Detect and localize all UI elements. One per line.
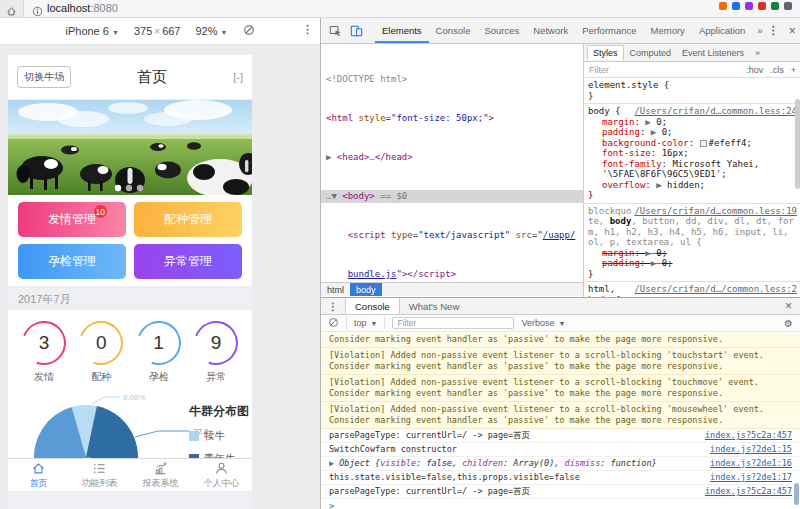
console-warning[interactable]: [Violation] Added non-passive event list…: [321, 402, 800, 429]
extension-icon[interactable]: [745, 2, 753, 10]
tab-report-system[interactable]: 报表系统: [130, 459, 191, 491]
estrus-management-button[interactable]: 发情管理 10: [18, 202, 126, 237]
console-settings-icon[interactable]: ⚙: [784, 318, 793, 329]
extension-icon[interactable]: [784, 2, 792, 10]
chevron-down-icon: ▼: [112, 29, 119, 36]
breadcrumb-html[interactable]: html: [321, 283, 350, 296]
css-rule-reset[interactable]: /Users/crifan/d…common.less:19 blockquot…: [584, 204, 800, 283]
chevron-down-icon: ▼: [558, 320, 565, 327]
zoom-select[interactable]: 92% ▼: [195, 25, 227, 37]
tab-function-list[interactable]: 功能列表: [69, 459, 130, 491]
inspect-element-icon[interactable]: [325, 24, 346, 37]
throttle-icon[interactable]: [243, 24, 255, 38]
carousel-dot[interactable]: [137, 185, 143, 191]
stat-estrus[interactable]: 3 发情: [21, 321, 67, 384]
tab-personal-center[interactable]: 个人中心: [191, 459, 252, 491]
tab-application[interactable]: Application: [692, 19, 752, 43]
tab-sources[interactable]: Sources: [477, 19, 526, 43]
more-tabs-icon[interactable]: »: [750, 46, 765, 60]
source-link[interactable]: index.js?2de1:17: [710, 472, 792, 483]
source-link[interactable]: index.js?2de1:16: [710, 458, 792, 469]
dom-node[interactable]: bundle.js"></script>: [326, 268, 583, 281]
app-background-strip: [8, 491, 252, 509]
css-source-link[interactable]: /Users/crifan/d…common.less:19: [634, 206, 797, 217]
abnormal-management-button[interactable]: 异常管理: [134, 244, 242, 279]
devtools-close-icon[interactable]: ×: [789, 24, 796, 38]
stat-abnormal[interactable]: 9 异常: [193, 321, 239, 384]
toggle-hover-state[interactable]: :hov: [746, 65, 763, 75]
console-log[interactable]: this.state.visible=false,this.props.visi…: [321, 471, 800, 485]
console-messages[interactable]: [Violation] Added non-passive event list…: [321, 333, 800, 509]
tab-memory[interactable]: Memory: [644, 19, 692, 43]
extension-icon[interactable]: [732, 2, 740, 10]
console-warning[interactable]: [Violation] Added non-passive event list…: [321, 333, 800, 348]
extension-icon[interactable]: [771, 2, 779, 10]
styles-scrollbar[interactable]: [795, 99, 800, 189]
tab-computed[interactable]: Computed: [625, 46, 677, 60]
minimize-button[interactable]: [-]: [233, 71, 243, 83]
console-log[interactable]: parsePageType: currentUrl=/ -> page=首页 i…: [321, 429, 800, 443]
css-rule-element-style[interactable]: element.style { }: [584, 78, 800, 104]
tab-performance[interactable]: Performance: [575, 19, 643, 43]
devtools-menu-icon[interactable]: ⋮: [768, 24, 779, 37]
stat-pregnancy[interactable]: 1 孕检: [136, 321, 182, 384]
stat-breeding[interactable]: 0 配种: [78, 321, 124, 384]
more-tabs-icon[interactable]: »: [752, 25, 767, 36]
tab-elements[interactable]: Elements: [375, 19, 429, 43]
dom-node[interactable]: <html style="font-size: 50px;">: [326, 112, 583, 125]
console-log-object[interactable]: ▶ Object {visible: false, children: Arra…: [321, 457, 800, 471]
tab-event-listeners[interactable]: Event Listeners: [677, 46, 749, 60]
console-scrollbar[interactable]: [794, 483, 799, 505]
carousel-dot-active[interactable]: [115, 185, 121, 191]
tab-styles[interactable]: Styles: [587, 45, 624, 60]
log-level-select[interactable]: Verbose▼: [521, 318, 565, 328]
source-link[interactable]: index.js?2de1:15: [710, 444, 792, 455]
device-select[interactable]: iPhone 6 ▼: [65, 25, 118, 37]
console-warning[interactable]: [Violation] Added non-passive event list…: [321, 375, 800, 402]
tab-home[interactable]: 首页: [8, 459, 69, 491]
switch-farm-button[interactable]: 切换牛场: [17, 66, 71, 88]
css-source-link[interactable]: /Users/crifan/d…common.less:24: [634, 106, 797, 117]
carousel-dot[interactable]: [126, 185, 132, 191]
dom-node[interactable]: <!DOCTYPE html>: [326, 73, 583, 86]
breeding-management-button[interactable]: 配种管理: [134, 202, 242, 237]
breadcrumb-body[interactable]: body: [350, 283, 382, 296]
cow-photo-carousel[interactable]: [8, 100, 252, 195]
elements-tree[interactable]: <!DOCTYPE html> <html style="font-size: …: [321, 44, 583, 282]
styles-filter-input[interactable]: [589, 65, 740, 75]
source-link[interactable]: index.js?5c2a:457: [705, 430, 792, 441]
dom-node-selected[interactable]: …▼ <body> == $0: [321, 190, 583, 203]
new-style-rule-icon[interactable]: +: [791, 65, 796, 75]
console-log[interactable]: SwitchCowfarm constructor index.js?2de1:…: [321, 443, 800, 457]
toolbar-menu-icon[interactable]: ⋮: [302, 23, 313, 36]
css-rule-body[interactable]: /Users/crifan/d…common.less:24 body { ma…: [584, 104, 800, 204]
tab-network[interactable]: Network: [526, 19, 575, 43]
dom-node[interactable]: ▶ <head>…</head>: [326, 151, 583, 164]
pregnancy-check-button[interactable]: 孕检管理: [18, 244, 126, 279]
legend-item-calf[interactable]: 犊牛: [189, 429, 249, 443]
console-warning[interactable]: [Violation] Added non-passive event list…: [321, 348, 800, 375]
drawer-close-icon[interactable]: ×: [777, 298, 800, 314]
console-prompt[interactable]: >: [321, 499, 800, 509]
tab-console-drawer[interactable]: Console: [345, 298, 400, 314]
context-select[interactable]: top▼: [354, 318, 377, 328]
device-toolbar-toggle-icon[interactable]: [346, 24, 367, 37]
console-filter-input[interactable]: [392, 317, 514, 329]
chevron-down-icon: ▼: [221, 29, 228, 36]
address-url[interactable]: localhost:8080: [47, 2, 118, 14]
dom-node[interactable]: <script type="text/javascript" src="/uap…: [326, 229, 583, 242]
console-log[interactable]: parsePageType: currentUrl=/ -> page=首页 i…: [321, 485, 800, 499]
device-dimensions[interactable]: 375×667: [134, 25, 181, 37]
extension-icon[interactable]: [719, 2, 727, 10]
toggle-classes[interactable]: .cls: [770, 65, 784, 75]
herd-distribution-chart: 8.08% 22.0 牛群分布图 犊牛 青年牛: [8, 393, 252, 464]
source-link[interactable]: index.js?5c2a:457: [705, 486, 792, 497]
tab-console[interactable]: Console: [429, 19, 478, 43]
css-source-link[interactable]: /Users/crifan/d…/common.less:2: [634, 284, 797, 295]
tab-whats-new[interactable]: What's New: [400, 298, 468, 314]
clear-console-icon[interactable]: [328, 317, 339, 330]
css-rule-html-body[interactable]: /Users/crifan/d…/common.less:2 html, bod…: [584, 282, 800, 297]
drawer-menu-icon[interactable]: ⋮: [321, 298, 345, 314]
extension-icon[interactable]: [758, 2, 766, 10]
css-rules[interactable]: element.style { } /Users/crifan/d…common…: [584, 78, 800, 297]
